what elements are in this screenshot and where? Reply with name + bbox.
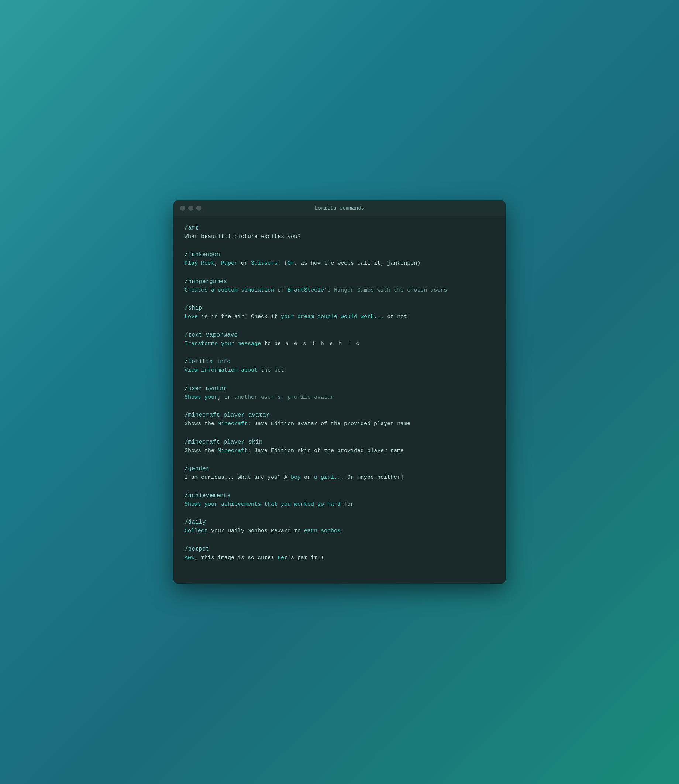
command-name: /minecraft player avatar [185, 412, 494, 419]
command-name: /daily [185, 519, 494, 526]
command-block: /user avatarShows your, or another user'… [185, 385, 494, 402]
command-block: /dailyCollect your Daily Sonhos Reward t… [185, 519, 494, 535]
command-name: /minecraft player skin [185, 439, 494, 446]
command-desc: Play Rock, Paper or Scissors! (Or, as ho… [185, 260, 494, 268]
command-desc: Shows the Minecraft: Java Edition avatar… [185, 420, 494, 429]
command-block: /petpetAww, this image is so cute! Let's… [185, 546, 494, 563]
command-block: /hungergamesCreates a custom simulation … [185, 278, 494, 295]
command-desc: Love is in the air! Check if your dream … [185, 313, 494, 321]
titlebar: Loritta commands [174, 200, 505, 216]
command-name: /achievements [185, 492, 494, 499]
command-desc: Shows your, or another user's, profile a… [185, 393, 494, 402]
command-block: /text vaporwaveTransforms your message t… [185, 332, 494, 349]
traffic-lights [180, 206, 202, 211]
command-desc: View information about the bot! [185, 366, 494, 375]
command-desc: Collect your Daily Sonhos Reward to earn… [185, 527, 494, 535]
command-name: /text vaporwave [185, 332, 494, 338]
command-block: /jankenponPlay Rock, Paper or Scissors! … [185, 251, 494, 268]
content-area: /artWhat beautiful picture excites you?/… [174, 216, 505, 584]
command-block: /loritta infoView information about the … [185, 358, 494, 375]
command-desc: Transforms your message to be ａ ｅ ｓ ｔ ｈ … [185, 340, 494, 349]
command-block: /minecraft player avatarShows the Minecr… [185, 412, 494, 429]
command-desc: Aww, this image is so cute! Let's pat it… [185, 554, 494, 563]
command-name: /petpet [185, 546, 494, 552]
command-desc: Creates a custom simulation of BrantStee… [185, 286, 494, 295]
minimize-button[interactable] [188, 206, 193, 211]
window-title: Loritta commands [315, 205, 364, 211]
command-block: /artWhat beautiful picture excites you? [185, 225, 494, 241]
terminal-window: Loritta commands /artWhat beautiful pict… [174, 200, 505, 584]
command-block: /genderI am curious... What are you? A b… [185, 465, 494, 482]
command-name: /art [185, 225, 494, 232]
command-block: /shipLove is in the air! Check if your d… [185, 305, 494, 321]
command-desc: Shows your achievements that you worked … [185, 501, 494, 509]
command-desc: I am curious... What are you? A boy or a… [185, 474, 494, 482]
command-name: /loritta info [185, 358, 494, 365]
command-desc: What beautiful picture excites you? [185, 233, 494, 241]
command-desc: Shows the Minecraft: Java Edition skin o… [185, 447, 494, 455]
command-block: /achievementsShows your achievements tha… [185, 492, 494, 509]
command-name: /hungergames [185, 278, 494, 285]
command-name: /jankenpon [185, 251, 494, 258]
command-block: /minecraft player skinShows the Minecraf… [185, 439, 494, 455]
command-name: /user avatar [185, 385, 494, 392]
command-name: /gender [185, 465, 494, 472]
command-name: /ship [185, 305, 494, 311]
close-button[interactable] [180, 206, 185, 211]
maximize-button[interactable] [196, 206, 202, 211]
